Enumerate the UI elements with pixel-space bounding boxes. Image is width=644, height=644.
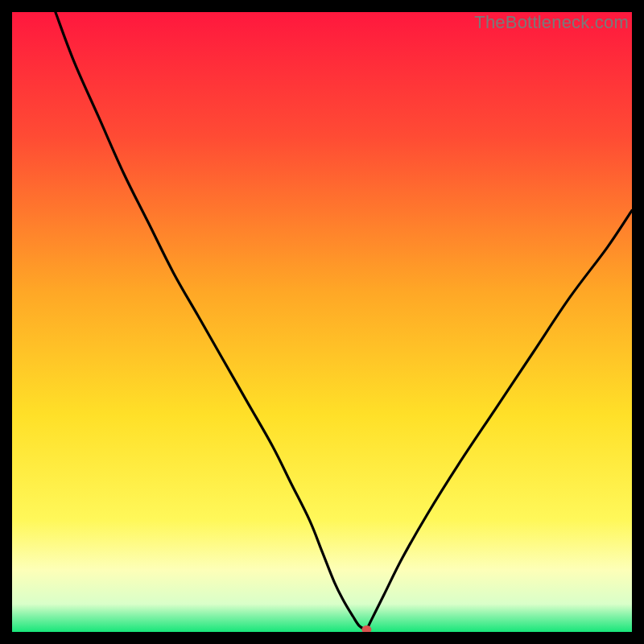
gradient-background — [12, 12, 632, 632]
chart-frame: TheBottleneck.com — [12, 12, 632, 632]
chart-svg — [12, 12, 632, 632]
